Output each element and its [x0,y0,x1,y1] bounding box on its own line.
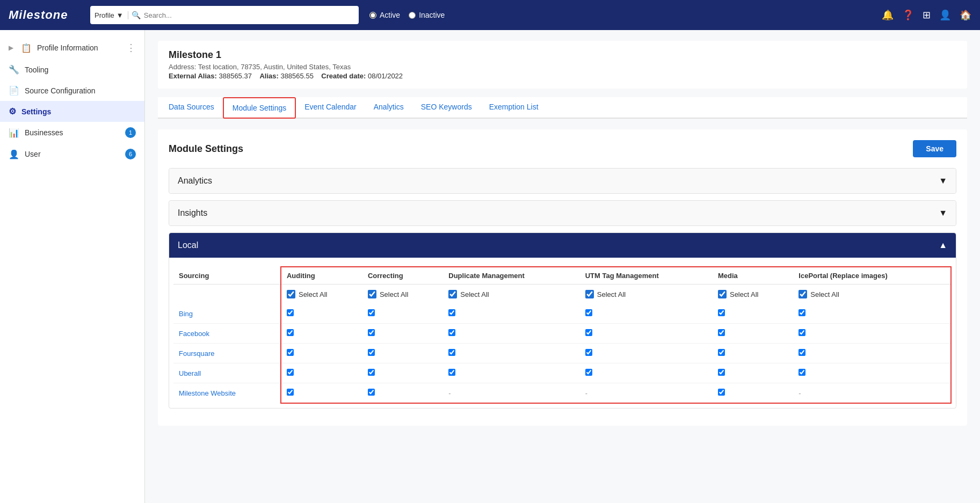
grid-icon[interactable]: ⊞ [923,9,931,21]
accordion-analytics-header[interactable]: Analytics ▼ [169,169,956,193]
foursquare-correcting-checkbox[interactable] [368,349,375,356]
tab-seo-keywords[interactable]: SEO Keywords [412,97,481,119]
tab-analytics[interactable]: Analytics [365,97,412,119]
milestone-auditing-checkbox[interactable] [287,389,294,396]
status-radio-group: Active Inactive [369,11,445,19]
facebook-correcting-checkbox[interactable] [368,329,375,336]
iceportal-header: IcePortal (Replace images) [793,267,951,285]
tab-exemption-list[interactable]: Exemption List [481,97,547,119]
accordion-local-chevron: ▲ [939,240,947,250]
sidebar-item-settings[interactable]: ⚙ Settings [0,101,144,122]
table-row: Foursquare [173,344,951,363]
foursquare-media [713,344,793,363]
sourcing-milestone-website: Milestone Website [173,383,281,404]
foursquare-media-checkbox[interactable] [718,349,725,356]
tab-data-sources[interactable]: Data Sources [160,97,223,119]
help-icon[interactable]: ❓ [902,9,914,21]
sidebar-item-profile-information[interactable]: ▶ 📋 Profile Information ⋮ [0,37,144,59]
sidebar-item-label: Source Configuration [25,86,96,95]
active-radio[interactable] [369,12,376,19]
accordion-local-header[interactable]: Local ▲ [169,233,956,258]
sourcing-bing: Bing [173,304,281,324]
select-all-auditing-checkbox[interactable] [287,290,295,298]
foursquare-duplicate-checkbox[interactable] [448,349,455,356]
user-sidebar-icon: 👤 [9,149,19,159]
bing-auditing-checkbox[interactable] [287,309,294,316]
facebook-duplicate-checkbox[interactable] [448,329,455,336]
table-row: Bing [173,304,951,324]
panel-header: Module Settings Save [169,140,956,157]
uberall-utm [580,363,713,383]
profile-dropdown[interactable]: Profile ▼ [95,11,128,19]
bing-iceportal [793,304,951,324]
uberall-iceportal-checkbox[interactable] [798,369,805,376]
facebook-correcting [362,324,443,344]
bing-media-checkbox[interactable] [718,309,725,316]
milestone-media-checkbox[interactable] [718,389,725,396]
accordion-local: Local ▲ Sourcing Auditing [169,232,956,409]
milestone-auditing [281,383,362,404]
home-icon[interactable]: 🏠 [960,9,971,21]
bing-utm [580,304,713,324]
accordion-local-label: Local [178,240,198,250]
search-input[interactable] [144,11,354,19]
facebook-iceportal-checkbox[interactable] [798,329,805,336]
foursquare-utm-checkbox[interactable] [585,349,592,356]
bing-duplicate-checkbox[interactable] [448,309,455,316]
foursquare-utm [580,344,713,363]
auditing-header: Auditing [281,267,362,285]
facebook-auditing [281,324,362,344]
accordion-insights-header[interactable]: Insights ▼ [169,201,956,225]
bell-icon[interactable]: 🔔 [882,9,894,21]
select-all-utm-checkbox[interactable] [585,290,594,298]
select-all-correcting-label: Select All [380,290,408,298]
select-all-iceportal-checkbox[interactable] [798,290,807,298]
milestone-correcting-checkbox[interactable] [368,389,375,396]
sidebar-item-tooling[interactable]: 🔧 Tooling [0,59,144,80]
foursquare-duplicate [443,344,579,363]
sidebar-item-label: Profile Information [37,43,98,52]
foursquare-iceportal-checkbox[interactable] [798,349,805,356]
select-all-media-checkbox[interactable] [718,290,727,298]
profile-address: Address: Test location, 78735, Austin, U… [169,63,956,71]
select-all-auditing: Select All [281,285,362,304]
sidebar-item-user[interactable]: 👤 User 6 [0,143,144,165]
sidebar-item-label: Businesses [25,128,63,137]
facebook-media-checkbox[interactable] [718,329,725,336]
select-all-correcting-checkbox[interactable] [368,290,376,298]
uberall-correcting-checkbox[interactable] [368,369,375,376]
foursquare-auditing-checkbox[interactable] [287,349,294,356]
user-icon[interactable]: 👤 [939,9,951,21]
bing-correcting [362,304,443,324]
milestone-iceportal: - [793,383,951,404]
save-button[interactable]: Save [913,140,956,157]
inactive-radio-label[interactable]: Inactive [409,11,445,19]
sidebar-item-source-configuration[interactable]: 📄 Source Configuration [0,80,144,101]
bing-duplicate [443,304,579,324]
uberall-auditing-checkbox[interactable] [287,369,294,376]
milestone-duplicate: - [443,383,579,404]
active-radio-label[interactable]: Active [369,11,400,19]
more-icon[interactable]: ⋮ [126,42,136,54]
facebook-auditing-checkbox[interactable] [287,329,294,336]
facebook-utm-checkbox[interactable] [585,329,592,336]
inactive-radio[interactable] [409,12,416,19]
select-all-duplicate-checkbox[interactable] [448,290,457,298]
sidebar-item-label: Tooling [25,65,48,74]
sidebar-item-businesses[interactable]: 📊 Businesses 1 [0,122,144,143]
uberall-duplicate-checkbox[interactable] [448,369,455,376]
facebook-media [713,324,793,344]
bing-iceportal-checkbox[interactable] [798,309,805,316]
bing-utm-checkbox[interactable] [585,309,592,316]
uberall-media-checkbox[interactable] [718,369,725,376]
uberall-utm-checkbox[interactable] [585,369,592,376]
external-alias-value: 388565.37 [219,72,251,80]
bing-correcting-checkbox[interactable] [368,309,375,316]
tab-module-settings[interactable]: Module Settings [223,97,296,119]
alias-label: Alias: [259,72,278,80]
sourcing-foursquare: Foursquare [173,344,281,363]
select-all-sourcing-cell [173,285,281,304]
app-logo: Milestone [9,8,84,22]
nav-icons: 🔔 ❓ ⊞ 👤 🏠 [882,9,971,21]
tab-event-calendar[interactable]: Event Calendar [296,97,365,119]
